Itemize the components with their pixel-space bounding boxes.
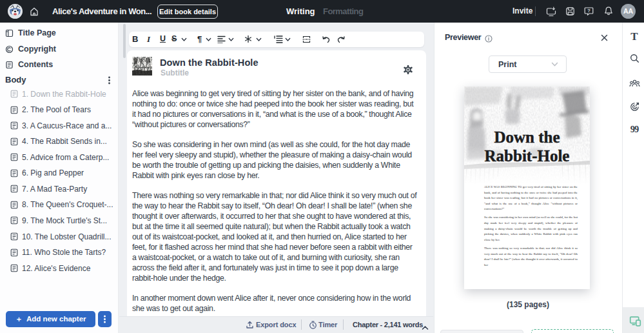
svg-text:?: ? — [587, 8, 590, 14]
